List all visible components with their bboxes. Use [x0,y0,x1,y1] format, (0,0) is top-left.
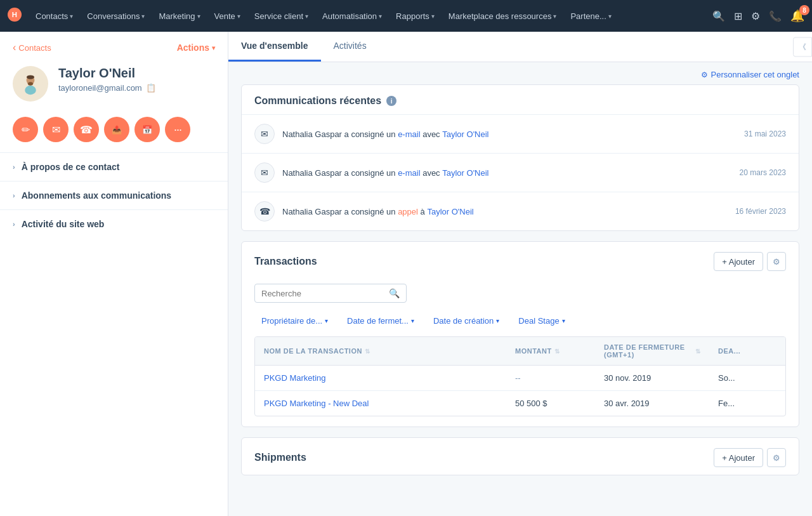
share-button[interactable]: 📤 [104,117,129,142]
chevron-down-icon: ▾ [197,13,200,20]
sort-icon[interactable]: ⇅ [365,348,370,355]
comm-date-1: 31 mai 2023 [744,129,786,138]
search-box: 🔍 [254,284,407,303]
filter-owner[interactable]: Propriétaire de... [254,313,335,329]
transaction-name-2[interactable]: PKGD Marketing - New Deal [255,391,506,416]
transactions-title: Transactions [254,256,317,267]
settings-icon[interactable]: ⚙ [751,10,760,22]
transactions-header: Transactions + Ajouter ⚙ [242,242,799,279]
comm-email-link-1[interactable]: e-mail [398,129,420,139]
add-transaction-button[interactable]: + Ajouter [714,252,763,271]
main-layout: Contacts Actions [0,32,812,516]
sidebar-section-about[interactable]: › À propos de ce contact [0,152,228,181]
transaction-name-1[interactable]: PKGD Marketing [255,366,506,390]
breadcrumb[interactable]: Contacts [13,42,51,53]
table-row: PKGD Marketing - New Deal 50 500 $ 30 av… [255,391,785,416]
chevron-down-icon: ▾ [305,13,308,20]
nav-conversations[interactable]: Conversations ▾ [81,8,151,25]
copy-email-icon[interactable]: 📋 [146,83,156,93]
customize-row: Personnaliser cet onglet [228,62,812,84]
apps-icon[interactable]: ⊞ [734,10,742,22]
nav-vente[interactable]: Vente ▾ [208,8,247,25]
tabs-bar: Vue d'ensemble Activités 《 [228,32,812,62]
chevron-down-icon: ▾ [608,13,612,20]
table-row: PKGD Marketing -- 30 nov. 2019 So... [255,366,785,391]
hubspot-logo[interactable]: H [8,8,22,25]
transactions-actions: + Ajouter ⚙ [714,252,786,271]
th-close-date: DATE DE FERMETURE (GMT+1) ⇅ [595,337,709,365]
chevron-down-icon: ▾ [553,13,556,20]
nav-marketplace[interactable]: Marketplace des ressources ▾ [442,8,563,25]
search-input[interactable] [261,289,385,298]
sidebar-section-subscriptions[interactable]: › Abonnements aux communications [0,181,228,209]
sort-icon[interactable]: ⇅ [695,348,701,355]
sidebar-section-web-activity[interactable]: › Activité du site web [0,209,228,238]
comm-contact-link-2[interactable]: Taylor O'Neil [442,168,488,178]
email-button[interactable]: ✉ [43,117,69,142]
contact-email: tayloroneil@gmail.com 📋 [58,83,215,93]
add-shipment-button[interactable]: + Ajouter [714,448,763,467]
nav-partners[interactable]: Partene... ▾ [564,8,617,25]
tab-activites[interactable]: Activités [321,32,379,62]
sidebar: Contacts Actions [0,32,228,516]
contact-info: Taylor O'Neil tayloroneil@gmail.com 📋 [58,66,215,93]
more-button[interactable]: ··· [165,117,190,142]
svg-text:H: H [12,10,17,18]
transaction-stage-2: Fe... [709,391,785,416]
comm-date-3: 16 février 2023 [735,207,786,216]
contact-name: Taylor O'Neil [58,66,215,81]
transactions-settings-button[interactable]: ⚙ [767,252,786,271]
actions-button[interactable]: Actions [177,43,215,53]
comm-email-link-2[interactable]: e-mail [398,168,420,178]
search-icon[interactable]: 🔍 [712,10,725,22]
table-header-row: NOM DE LA TRANSACTION ⇅ MONTANT ⇅ DATE D… [255,337,785,366]
filter-row: Propriétaire de... Date de fermet... Dat… [242,310,799,336]
search-row: 🔍 [242,279,799,310]
main-content: Vue d'ensemble Activités 《 Personnaliser… [228,32,812,516]
nav-automatisation[interactable]: Automatisation ▾ [316,8,388,25]
customize-tab-link[interactable]: Personnaliser cet onglet [701,70,799,79]
sort-icon[interactable]: ⇅ [554,348,560,355]
contact-profile: Taylor O'Neil tayloroneil@gmail.com 📋 [0,58,228,112]
chevron-down-icon: ▾ [237,13,240,20]
nav-service-client[interactable]: Service client ▾ [248,8,315,25]
nav-contacts[interactable]: Contacts ▾ [29,8,79,25]
nav-rapports[interactable]: Rapports ▾ [390,8,441,25]
calendar-button[interactable]: 📅 [134,117,160,142]
tab-vue-densemble[interactable]: Vue d'ensemble [228,32,321,62]
filter-creation-date[interactable]: Date de création [426,313,506,329]
comm-text-1: Nathalia Gaspar a consigné un e-mail ave… [282,129,737,139]
collapse-sidebar-button[interactable]: 《 [793,37,812,56]
comm-item-1: ✉ Nathalia Gaspar a consigné un e-mail a… [242,115,799,154]
phone-icon[interactable]: 📞 [769,10,782,22]
email-icon: ✉ [254,162,275,183]
info-icon[interactable]: i [386,96,396,106]
edit-button[interactable]: ✏ [13,117,38,142]
comm-text-2: Nathalia Gaspar a consigné un e-mail ave… [282,168,732,178]
avatar [13,66,48,102]
transaction-date-2: 30 avr. 2019 [595,391,709,416]
filter-close-date[interactable]: Date de fermet... [340,313,421,329]
transaction-stage-1: So... [709,366,785,390]
transactions-table: NOM DE LA TRANSACTION ⇅ MONTANT ⇅ DATE D… [254,336,786,416]
transaction-amount-1: -- [506,366,595,390]
nav-marketing[interactable]: Marketing ▾ [152,8,206,25]
chevron-down-icon: ▾ [379,13,382,20]
shipments-settings-button[interactable]: ⚙ [767,448,786,467]
action-buttons-row: ✏ ✉ ☎ 📤 📅 ··· [0,112,228,152]
shipments-title: Shipments [254,452,306,463]
chevron-down-icon: ▾ [141,13,145,20]
notifications-icon[interactable]: 🔔 [790,9,804,23]
chevron-right-icon: › [13,220,15,228]
search-icon: 🔍 [389,288,400,298]
shipments-header: Shipments + Ajouter ⚙ [242,438,799,475]
comm-text-3: Nathalia Gaspar a consigné un appel à Ta… [282,207,728,216]
comm-contact-link-1[interactable]: Taylor O'Neil [442,129,488,139]
comm-contact-link-3[interactable]: Taylor O'Neil [427,207,473,216]
call-button[interactable]: ☎ [74,117,99,142]
filter-deal-stage[interactable]: Deal Stage [511,313,572,329]
nav-icon-group: 🔍 ⊞ ⚙ 📞 🔔 [712,9,804,23]
chevron-right-icon: › [13,192,15,199]
chevron-right-icon: › [13,163,15,171]
comm-call-link-3[interactable]: appel [398,207,418,216]
